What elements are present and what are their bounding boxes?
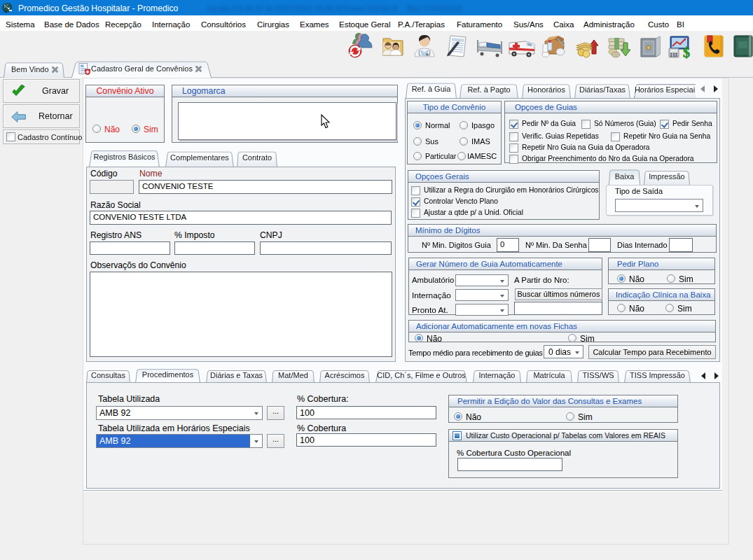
svg-text:$: $ (683, 45, 690, 59)
